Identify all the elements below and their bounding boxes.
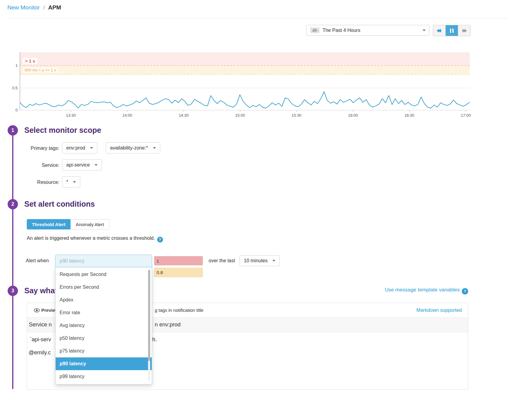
x-tick-label: 16:00: [348, 113, 358, 118]
pause-button[interactable]: [445, 25, 458, 36]
time-range-label: The Past 4 Hours: [323, 28, 420, 33]
resource-select[interactable]: *: [62, 176, 80, 188]
notification-title-option-fragment: g tags in notification title: [155, 308, 203, 313]
alert-threshold-zone-label: > 1 s: [23, 58, 37, 64]
warning-threshold-input[interactable]: [154, 268, 203, 277]
resource-label: Resource:: [20, 180, 59, 185]
help-icon[interactable]: ?: [462, 288, 468, 294]
alert-description-text: An alert is triggered whenever a metric …: [27, 236, 155, 241]
metric-combobox-placeholder: p90 latency: [60, 258, 85, 264]
chevron-down-icon: [272, 260, 275, 262]
step-forward-button[interactable]: [458, 25, 470, 36]
y-tick-label: 0.5: [5, 86, 18, 90]
time-window-value: 10 minutes: [244, 258, 268, 263]
pause-icon: [452, 29, 454, 33]
step-2-badge: 2: [8, 199, 18, 209]
alert-when-label: Alert when: [26, 258, 49, 263]
help-icon[interactable]: ?: [157, 237, 163, 243]
body-line-2-left: @emily.c: [29, 349, 51, 356]
primary-tags-label: Primary tags:: [20, 146, 59, 151]
y-tick-label: 0: [5, 108, 18, 112]
chevron-down-icon: [73, 181, 76, 183]
tab-anomaly-alert[interactable]: Anomaly Alert: [71, 219, 109, 229]
x-tick-label: 14:00: [122, 113, 132, 118]
alert-threshold-input[interactable]: [154, 256, 203, 265]
breadcrumb-current-apm: APM: [48, 4, 61, 11]
step-3-badge: 3: [8, 286, 18, 296]
new-monitor-page: New Monitor / APM 4h The Past 4 Hours > …: [0, 0, 515, 420]
dropdown-option-p90-latency[interactable]: p90 latency: [56, 357, 152, 370]
dropdown-option-apdex[interactable]: Apdex: [56, 294, 152, 306]
message-template-variables-link[interactable]: Use message template variables?: [385, 287, 468, 294]
chevron-down-icon: [423, 29, 426, 31]
dropdown-option-errors-per-second[interactable]: Errors per Second: [56, 281, 152, 294]
template-link-text: Use message template variables: [385, 287, 460, 293]
chevron-down-icon: [90, 147, 93, 149]
time-range-select[interactable]: 4h The Past 4 Hours: [306, 25, 430, 36]
eye-icon: [34, 308, 40, 312]
breadcrumb-link-new-monitor[interactable]: New Monitor: [7, 4, 40, 11]
dropdown-option-p99-latency[interactable]: p99 latency: [56, 370, 152, 383]
step-2-title: Set alert conditions: [24, 200, 95, 208]
dropdown-option-p50-latency[interactable]: p50 latency: [56, 332, 152, 345]
breadcrumb-separator: /: [43, 4, 45, 11]
alert-description: An alert is triggered whenever a metric …: [27, 236, 163, 243]
x-tick-label: 13:30: [66, 113, 76, 118]
x-tick-label: 15:00: [235, 113, 245, 118]
x-tick-label: 15:30: [292, 113, 302, 118]
pause-icon: [450, 29, 451, 33]
chevron-down-icon: [153, 147, 156, 149]
primary-tag-select-az[interactable]: availability-zone:*: [106, 142, 160, 153]
over-the-last-label: over the last: [209, 258, 235, 263]
service-select[interactable]: api-service: [62, 159, 102, 170]
x-tick-label: 17:00: [461, 113, 471, 118]
metric-dropdown-list: Requests per Second Errors per Second Ap…: [55, 267, 152, 384]
step-backward-button[interactable]: [433, 25, 445, 36]
chart-canvas: [20, 52, 470, 112]
resource-value: *: [66, 179, 68, 185]
primary-tag-select-env[interactable]: env:prod: [62, 142, 97, 153]
tab-threshold-alert[interactable]: Threshold Alert: [27, 219, 71, 229]
chevron-down-icon: [95, 164, 98, 166]
dropdown-option-p75-latency[interactable]: p75 latency: [56, 345, 152, 357]
service-value: api-service: [66, 162, 90, 168]
dropdown-scrollbar-thumb[interactable]: [148, 270, 150, 361]
alert-type-tabs: Threshold Alert Anomaly Alert: [27, 219, 109, 229]
primary-tag-az-value: availability-zone:*: [110, 145, 148, 151]
time-range-badge: 4h: [310, 27, 320, 33]
step-1-badge: 1: [8, 125, 18, 136]
subject-text-right: n env:prod: [155, 322, 181, 328]
playback-controls: [433, 25, 471, 36]
step-connector-line: [12, 136, 13, 389]
metric-combobox[interactable]: p90 latency: [55, 255, 152, 267]
latency-timeseries-chart: > 1 s 800 ms < y <= 1 s: [20, 52, 470, 112]
y-tick-label: 1: [5, 63, 18, 68]
step-1-title: Select monitor scope: [24, 126, 101, 135]
subject-text-left: Service n: [29, 322, 52, 328]
dropdown-option-error-rate[interactable]: Error rate: [56, 306, 152, 319]
warning-threshold-zone-label: 800 ms < y <= 1 s: [23, 67, 58, 73]
forward-icon: [464, 29, 467, 33]
x-tick-label: 14:30: [179, 113, 189, 118]
primary-tag-env-value: env:prod: [66, 145, 85, 151]
body-line-1-left: `api-serv: [30, 336, 51, 343]
markdown-supported-link[interactable]: Markdown supported: [416, 308, 468, 313]
service-label: Service:: [20, 163, 59, 168]
breadcrumb: New Monitor / APM: [7, 4, 61, 11]
dropdown-option-requests-per-second[interactable]: Requests per Second: [56, 268, 152, 281]
preview-toggle[interactable]: Preview: [34, 308, 59, 313]
backward-icon: [438, 29, 441, 33]
header-divider: [7, 18, 508, 19]
time-window-select[interactable]: 10 minutes: [240, 255, 280, 266]
x-tick-label: 16:30: [404, 113, 414, 118]
dropdown-option-avg-latency[interactable]: Avg latency: [56, 319, 152, 332]
